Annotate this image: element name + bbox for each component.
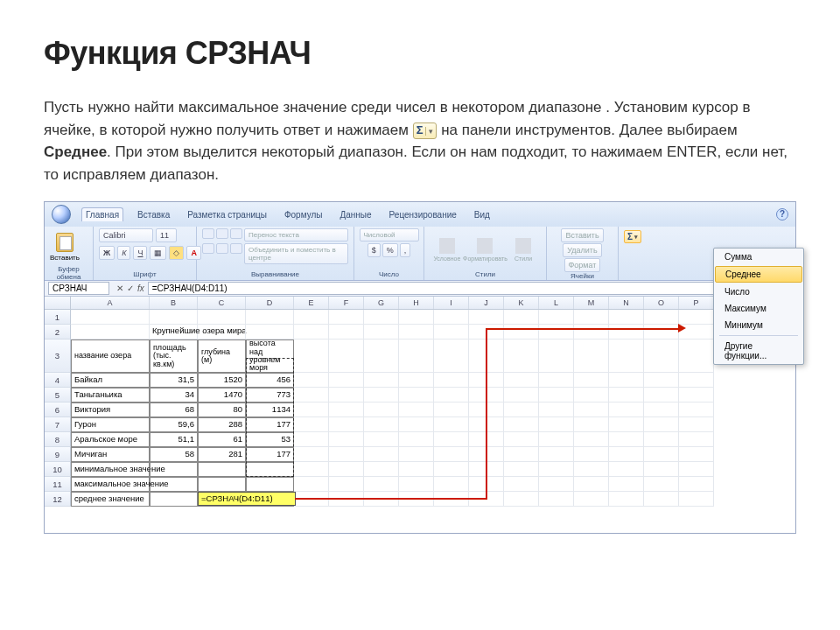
menu-item-average[interactable]: Среднее bbox=[715, 266, 802, 283]
table-cell[interactable]: Виктория bbox=[71, 402, 150, 417]
table-title: Крупнейшие озера мира bbox=[150, 325, 198, 340]
table-cell[interactable]: Мичиган bbox=[71, 447, 150, 462]
col-header[interactable]: B bbox=[150, 297, 198, 309]
font-family-select[interactable]: Calibri bbox=[99, 228, 153, 242]
table-header: площадь (тыс. кв.км) bbox=[150, 340, 198, 373]
table-cell[interactable]: 177 bbox=[246, 447, 294, 462]
tab-pagelayout[interactable]: Разметка страницы bbox=[184, 208, 270, 221]
table-cell[interactable]: 1520 bbox=[198, 373, 246, 388]
table-cell[interactable]: 288 bbox=[198, 417, 246, 432]
tab-home[interactable]: Главная bbox=[81, 207, 123, 221]
clipboard-group-label: Буфер обмена bbox=[50, 265, 88, 281]
table-cell[interactable]: 59,6 bbox=[150, 417, 198, 432]
font-size-select[interactable]: 11 bbox=[156, 228, 177, 242]
group-number: Числовой $%, Число bbox=[354, 227, 424, 280]
fx-icon[interactable]: fx bbox=[137, 284, 144, 293]
col-header[interactable]: J bbox=[469, 297, 504, 309]
tab-insert[interactable]: Вставка bbox=[134, 208, 173, 221]
table-cell[interactable]: 177 bbox=[246, 417, 294, 432]
help-icon[interactable]: ? bbox=[776, 208, 788, 220]
autosum-button[interactable]: Σ ▾ bbox=[624, 230, 641, 243]
tab-data[interactable]: Данные bbox=[336, 208, 374, 221]
format-cells-button[interactable]: Формат bbox=[564, 258, 601, 272]
col-header[interactable]: D bbox=[246, 297, 294, 309]
bold-button[interactable]: Ж bbox=[99, 246, 115, 260]
table-cell[interactable]: Байкал bbox=[71, 373, 150, 388]
table-cell[interactable]: Таньганьика bbox=[71, 388, 150, 402]
table-cell[interactable]: 456 bbox=[246, 373, 294, 388]
table-cell[interactable]: 31,5 bbox=[150, 373, 198, 388]
percent-button[interactable]: % bbox=[382, 243, 398, 257]
paste-button[interactable]: Вставить bbox=[50, 228, 80, 265]
align-top-button[interactable] bbox=[202, 228, 214, 239]
column-headers: A B C D E F G H I J K L M N O P bbox=[45, 297, 795, 310]
align-left-button[interactable] bbox=[202, 243, 214, 254]
select-all-corner[interactable] bbox=[45, 297, 71, 309]
conditional-format-button[interactable]: Условное bbox=[432, 231, 462, 268]
enter-formula-icon[interactable]: ✓ bbox=[127, 284, 134, 293]
col-header[interactable]: L bbox=[539, 297, 574, 309]
formula-input[interactable]: =СРЗНАЧ(D4:D11) bbox=[148, 282, 792, 295]
fill-color-button[interactable]: ◇ bbox=[169, 246, 184, 260]
tab-review[interactable]: Рецензирование bbox=[386, 208, 460, 221]
table-cell[interactable]: 773 bbox=[246, 388, 294, 402]
borders-button[interactable]: ▦ bbox=[150, 246, 166, 260]
col-header[interactable]: H bbox=[399, 297, 434, 309]
tab-formulas[interactable]: Формулы bbox=[281, 208, 326, 221]
col-header[interactable]: P bbox=[679, 297, 714, 309]
col-header[interactable]: A bbox=[71, 297, 150, 309]
delete-cells-button[interactable]: Удалить bbox=[563, 243, 601, 257]
cell-styles-button[interactable]: Стили bbox=[508, 231, 538, 268]
merge-center-button[interactable]: Объединить и поместить в центре bbox=[244, 243, 348, 264]
table-cell[interactable]: 61 bbox=[198, 432, 246, 447]
table-cell[interactable]: 68 bbox=[150, 402, 198, 417]
table-cell[interactable]: 1134 bbox=[246, 402, 294, 417]
paste-icon bbox=[56, 233, 74, 252]
col-header[interactable]: M bbox=[574, 297, 609, 309]
number-format-select[interactable]: Числовой bbox=[360, 228, 419, 242]
table-cell[interactable]: 34 bbox=[150, 388, 198, 402]
currency-button[interactable]: $ bbox=[368, 243, 381, 257]
tab-view[interactable]: Вид bbox=[471, 208, 494, 221]
menu-item-count[interactable]: Число bbox=[714, 284, 803, 300]
group-editing: Σ ▾ Сумма Среднее Число Максимум Минимум… bbox=[619, 227, 795, 280]
font-group-label: Шрифт bbox=[99, 270, 191, 278]
table-cell[interactable]: 1470 bbox=[198, 388, 246, 402]
wrap-text-button[interactable]: Перенос текста bbox=[244, 228, 348, 242]
comma-button[interactable]: , bbox=[400, 243, 411, 257]
paste-label: Вставить bbox=[50, 254, 80, 262]
table-cell[interactable]: Гурон bbox=[71, 417, 150, 432]
col-header[interactable]: I bbox=[434, 297, 469, 309]
insert-cells-button[interactable]: Вставить bbox=[561, 228, 603, 242]
underline-button[interactable]: Ч bbox=[133, 246, 147, 260]
col-header[interactable]: O bbox=[644, 297, 679, 309]
table-cell[interactable]: 51,1 bbox=[150, 432, 198, 447]
menu-item-sum[interactable]: Сумма bbox=[714, 248, 803, 265]
spreadsheet-grid[interactable]: A B C D E F G H I J K L M N O P 1 2Крупн… bbox=[45, 297, 795, 533]
col-header[interactable]: E bbox=[294, 297, 329, 309]
align-middle-button[interactable] bbox=[216, 228, 228, 239]
table-cell[interactable]: 80 bbox=[198, 402, 246, 417]
col-header[interactable]: F bbox=[329, 297, 364, 309]
align-center-button[interactable] bbox=[216, 243, 228, 254]
table-cell[interactable]: 58 bbox=[150, 447, 198, 462]
format-table-button[interactable]: Форматировать bbox=[470, 231, 500, 268]
col-header[interactable]: C bbox=[198, 297, 246, 309]
menu-item-more-functions[interactable]: Другие функции... bbox=[714, 338, 803, 364]
menu-item-min[interactable]: Минимум bbox=[714, 317, 803, 333]
col-header[interactable]: K bbox=[504, 297, 539, 309]
alignment-group-label: Выравнивание bbox=[202, 270, 348, 278]
name-box[interactable]: СРЗНАЧ bbox=[48, 282, 109, 295]
align-right-button[interactable] bbox=[230, 243, 242, 254]
col-header[interactable]: N bbox=[609, 297, 644, 309]
menu-item-max[interactable]: Максимум bbox=[714, 300, 803, 317]
summary-label: минимальное значение bbox=[71, 462, 150, 477]
table-cell[interactable]: 53 bbox=[246, 432, 294, 447]
italic-button[interactable]: К bbox=[117, 246, 130, 260]
cancel-formula-icon[interactable]: ✕ bbox=[116, 284, 123, 293]
align-bottom-button[interactable] bbox=[230, 228, 242, 239]
office-button-icon[interactable] bbox=[52, 205, 71, 224]
table-cell[interactable]: 281 bbox=[198, 447, 246, 462]
table-cell[interactable]: Аральское море bbox=[71, 432, 150, 447]
col-header[interactable]: G bbox=[364, 297, 399, 309]
